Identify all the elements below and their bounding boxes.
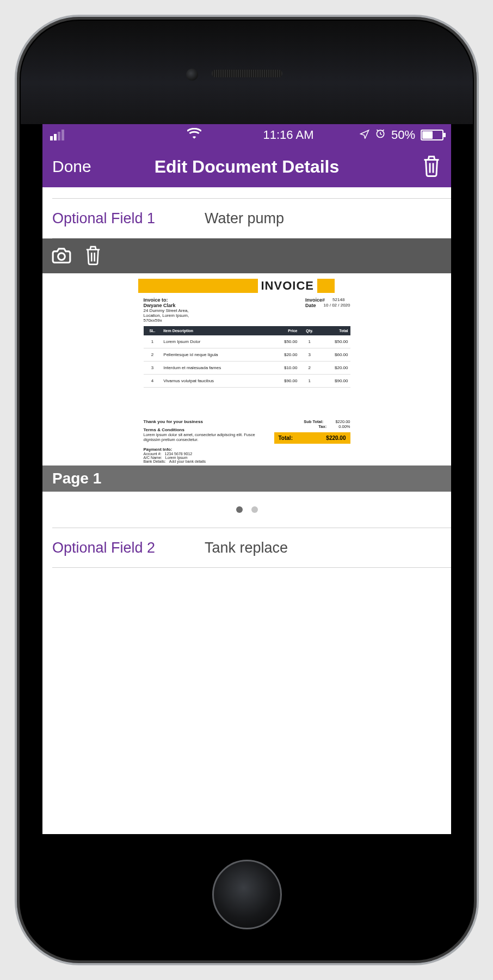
screen: 11:16 AM 50% Done Edit Docume — [42, 124, 451, 834]
divider — [52, 567, 451, 568]
total-label: Total: — [279, 435, 293, 441]
field-value: Water pump — [205, 210, 441, 227]
tax-value: 0.00% — [338, 424, 350, 429]
attachment-toolbar — [42, 238, 451, 273]
clock-time: 11:16 AM — [263, 128, 314, 142]
trash-icon — [422, 154, 441, 177]
optional-field-1-row[interactable]: Optional Field 1 Water pump — [42, 199, 451, 238]
invoice-to-heading: Invoice to: — [144, 297, 168, 303]
col-price: Price — [269, 326, 299, 335]
col-sl: SL. — [144, 326, 162, 335]
home-button[interactable] — [212, 860, 282, 929]
page-dot-2[interactable] — [251, 506, 258, 513]
invoice-title: INVOICE — [258, 279, 317, 293]
field-label: Optional Field 2 — [52, 540, 205, 556]
camera-icon — [51, 244, 72, 265]
pay-bd-l: Bank Details: — [144, 460, 166, 463]
pay-an-l: A/C Name: — [144, 456, 162, 460]
invoice-num-label: Invoice# — [305, 297, 325, 303]
pay-an-v: Lorem Ipsum — [165, 456, 188, 460]
subtotal-label: Sub Total: — [304, 419, 323, 424]
page-title: Edit Document Details — [155, 157, 340, 177]
trash-icon — [83, 244, 103, 265]
device-camera — [186, 69, 198, 81]
status-bar: 11:16 AM 50% — [42, 124, 451, 146]
alarm-icon — [375, 128, 386, 142]
invoice-terms-h: Terms & Conditions — [144, 427, 184, 432]
signal-icon — [50, 130, 64, 140]
battery-percent: 50% — [391, 128, 415, 142]
payment-heading: Payment Info: — [144, 447, 172, 452]
camera-button[interactable] — [51, 244, 72, 267]
invoice-addr: 570xx59x — [144, 318, 162, 323]
page-dot-1[interactable] — [236, 506, 243, 513]
device-speaker — [212, 70, 282, 77]
invoice-items-table: SL. Item Description Price Qty. Total 1L… — [144, 326, 350, 388]
delete-attachment-button[interactable] — [83, 244, 103, 267]
invoice-addr: 24 Dummy Street Area, — [144, 308, 189, 313]
delete-document-button[interactable] — [422, 154, 441, 179]
subtotal-value: $220.00 — [335, 419, 350, 424]
col-total: Total — [319, 326, 350, 335]
invoice-thanks: Thank you for your business — [144, 419, 203, 424]
optional-field-2-row[interactable]: Optional Field 2 Tank replace — [42, 528, 451, 567]
tax-label: Tax: — [318, 424, 326, 429]
invoice-to-name: Dwyane Clark — [144, 303, 176, 308]
invoice-addr: Location, Lorem Ipsum, — [144, 313, 189, 318]
battery-icon — [421, 130, 443, 140]
table-row: 4Vivamus volutpat faucibus$90.001$90.00 — [144, 375, 350, 388]
document-preview[interactable]: INVOICE Invoice to: Dwyane Clark 24 Dumm… — [42, 273, 451, 465]
wifi-icon — [187, 128, 201, 142]
col-desc: Item Description — [161, 326, 269, 335]
svg-point-1 — [58, 253, 65, 260]
done-button[interactable]: Done — [52, 157, 91, 176]
invoice-sheet: INVOICE Invoice to: Dwyane Clark 24 Dumm… — [138, 279, 356, 465]
navigation-bar: Done Edit Document Details — [42, 146, 451, 187]
invoice-terms: Lorem ipsum dolor sit amet, consectetur … — [144, 432, 255, 442]
pay-acc-v: 1234 5678 9012 — [165, 452, 193, 456]
field-label: Optional Field 1 — [52, 210, 205, 227]
table-row: 2Pellentesque id neque ligula$20.003$60.… — [144, 348, 350, 362]
pay-bd-v: Add your bank details — [169, 460, 206, 463]
field-value: Tank replace — [205, 540, 441, 556]
pay-acc-l: Account #: — [144, 452, 162, 456]
page-indicator-label: Page 1 — [42, 465, 451, 492]
table-row: 1Lorem Ipsum Dolor$50.001$50.00 — [144, 335, 350, 348]
table-row: 3Interdum et malesuada fames$10.002$20.0… — [144, 362, 350, 375]
total-value: $220.00 — [326, 435, 346, 441]
col-qty: Qty. — [299, 326, 319, 335]
location-icon — [360, 128, 369, 142]
page-dots[interactable] — [42, 492, 451, 528]
invoice-date: 10 / 02 / 2020 — [324, 303, 350, 308]
invoice-num: 52148 — [332, 297, 344, 303]
invoice-date-label: Date — [305, 303, 316, 308]
